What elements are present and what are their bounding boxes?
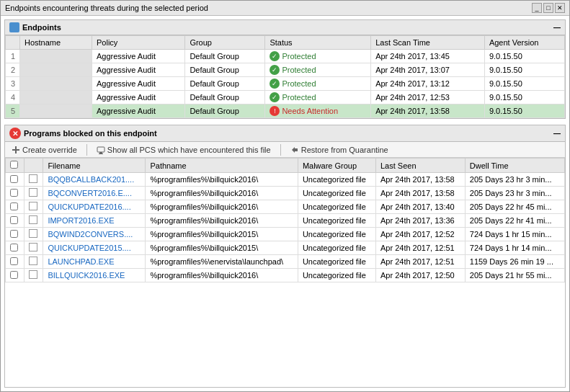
col-num	[6, 36, 20, 50]
endpoints-panel: Endpoints — Hostname Policy Group Status…	[4, 19, 566, 119]
blocked-programs-body: BQQBCALLBACK201.... %programfiles%\billq…	[6, 173, 565, 282]
last-seen-cell: Apr 24th 2017, 12:50	[375, 269, 465, 282]
filename-cell: BQQBCALLBACK201....	[43, 173, 146, 187]
blocked-program-row[interactable]: IMPORT2016.EXE %programfiles%\billquick2…	[6, 214, 565, 228]
col-group[interactable]: Group	[185, 36, 265, 50]
last-seen-cell: Apr 24th 2017, 13:36	[375, 214, 465, 228]
blocked-program-row[interactable]: QUICKUPDATE2015.... %programfiles%\billq…	[6, 241, 565, 255]
select-all-checkbox[interactable]	[10, 161, 18, 169]
policy-cell: Aggressive Audit	[92, 77, 185, 91]
blocked-programs-collapse-button[interactable]: —	[553, 130, 561, 138]
col-agent-version[interactable]: Agent Version	[484, 36, 564, 50]
row-checkbox[interactable]	[10, 230, 18, 238]
file-icon	[29, 174, 37, 183]
dwell-time-cell: 205 Days 21 hr 55 mi...	[465, 269, 564, 282]
filename-link[interactable]: LAUNCHPAD.EXE	[48, 257, 114, 266]
file-icon	[29, 188, 37, 197]
row-checkbox[interactable]	[10, 257, 18, 265]
row-checkbox[interactable]	[10, 189, 18, 197]
row-num: 2	[6, 63, 20, 77]
restore-quarantine-button[interactable]: Restore from Quarantine	[288, 145, 391, 155]
restore-quarantine-icon	[290, 146, 299, 154]
endpoints-panel-header: Endpoints —	[5, 20, 565, 35]
row-num: 5	[6, 104, 20, 118]
blocked-program-row[interactable]: BQCONVERT2016.E.... %programfiles%\billq…	[6, 187, 565, 200]
endpoints-row[interactable]: 5 Aggressive Audit Default Group !Needs …	[6, 104, 565, 118]
show-pcs-button[interactable]: Show all PCS which have encountered this…	[94, 145, 273, 155]
row-checkbox[interactable]	[10, 244, 18, 251]
close-button[interactable]: ✕	[555, 3, 565, 13]
create-override-button[interactable]: Create override	[9, 145, 79, 155]
agent-version-cell: 9.0.15.50	[484, 104, 564, 118]
filename-link[interactable]: BILLQUICK2016.EXE	[48, 271, 125, 280]
row-checkbox[interactable]	[10, 216, 18, 224]
status-ok-icon: ✓	[270, 92, 280, 102]
col-check	[6, 159, 25, 173]
file-icon	[29, 215, 37, 224]
row-checkbox-cell	[6, 241, 25, 255]
status-protected: ✓Protected	[270, 51, 366, 61]
endpoints-collapse-button[interactable]: —	[553, 24, 561, 32]
endpoints-row[interactable]: 2 Aggressive Audit Default Group ✓Protec…	[6, 63, 565, 77]
policy-cell: Aggressive Audit	[92, 50, 185, 63]
scan-time-cell: Apr 24th 2017, 13:58	[371, 104, 485, 118]
dwell-time-cell: 724 Days 1 hr 14 min...	[465, 241, 564, 255]
row-checkbox-cell	[6, 255, 25, 269]
file-icon	[29, 257, 37, 265]
main-window: Endpoints encountering threats during th…	[0, 0, 570, 392]
blocked-program-row[interactable]: BQWIND2CONVERS.... %programfiles%\billqu…	[6, 228, 565, 241]
dwell-time-cell: 205 Days 22 hr 41 mi...	[465, 214, 564, 228]
endpoints-table: Hostname Policy Group Status Last Scan T…	[5, 35, 565, 118]
col-scan-time[interactable]: Last Scan Time	[371, 36, 485, 50]
filename-link[interactable]: BQQBCALLBACK201....	[48, 175, 134, 184]
filename-cell: BQWIND2CONVERS....	[43, 228, 146, 241]
last-seen-cell: Apr 24th 2017, 12:52	[375, 228, 465, 241]
maximize-button[interactable]: □	[543, 3, 553, 13]
col-hostname[interactable]: Hostname	[20, 36, 92, 50]
minimize-button[interactable]: _	[532, 3, 542, 13]
filename-link[interactable]: BQWIND2CONVERS....	[48, 230, 133, 239]
dwell-time-cell: 205 Days 22 hr 45 mi...	[465, 200, 564, 214]
status-protected: ✓Protected	[270, 79, 366, 89]
filename-link[interactable]: BQCONVERT2016.E....	[48, 189, 132, 197]
dwell-time-cell: 205 Days 23 hr 3 min...	[465, 187, 564, 200]
row-checkbox[interactable]	[10, 202, 18, 210]
filename-link[interactable]: IMPORT2016.EXE	[48, 216, 114, 225]
col-status[interactable]: Status	[265, 36, 371, 50]
row-checkbox[interactable]	[10, 175, 18, 183]
blocked-program-row[interactable]: LAUNCHPAD.EXE %programfiles%\enervista\l…	[6, 255, 565, 269]
dwell-time-cell: 724 Days 1 hr 15 min...	[465, 228, 564, 241]
file-icon	[29, 202, 37, 210]
col-policy[interactable]: Policy	[92, 36, 185, 50]
status-cell: ✓Protected	[265, 91, 371, 104]
filename-cell: BQCONVERT2016.E....	[43, 187, 146, 200]
group-cell: Default Group	[185, 63, 265, 77]
endpoints-panel-header-left: Endpoints	[9, 22, 61, 32]
window-controls: _ □ ✕	[532, 3, 565, 13]
create-override-label: Create override	[22, 146, 77, 154]
status-cell: ✓Protected	[265, 77, 371, 91]
col-filename[interactable]: Filename	[43, 159, 146, 173]
filename-link[interactable]: QUICKUPDATE2015....	[48, 244, 130, 252]
row-num: 4	[6, 91, 20, 104]
create-override-icon	[12, 146, 20, 154]
malware-group-cell: Uncategorized file	[298, 214, 375, 228]
col-last-seen[interactable]: Last Seen	[375, 159, 465, 173]
endpoints-row[interactable]: 4 Aggressive Audit Default Group ✓Protec…	[6, 91, 565, 104]
title-bar: Endpoints encountering threats during th…	[1, 1, 569, 16]
blocked-program-row[interactable]: BQQBCALLBACK201.... %programfiles%\billq…	[6, 173, 565, 187]
col-dwell-time[interactable]: Dwell Time	[465, 159, 564, 173]
col-malware-group[interactable]: Malware Group	[298, 159, 375, 173]
filename-link[interactable]: QUICKUPDATE2016....	[48, 202, 130, 211]
pathname-cell: %programfiles%\billquick2015\	[146, 228, 298, 241]
endpoints-row[interactable]: 3 Aggressive Audit Default Group ✓Protec…	[6, 77, 565, 91]
endpoints-row[interactable]: 1 Aggressive Audit Default Group ✓Protec…	[6, 50, 565, 63]
endpoints-table-container: Hostname Policy Group Status Last Scan T…	[5, 35, 565, 118]
blocked-program-row[interactable]: QUICKUPDATE2016.... %programfiles%\billq…	[6, 200, 565, 214]
file-icon-cell	[24, 241, 43, 255]
hostname-cell	[20, 77, 92, 91]
row-checkbox[interactable]	[10, 271, 18, 279]
show-pcs-label: Show all PCS which have encountered this…	[107, 146, 271, 154]
col-pathname[interactable]: Pathname	[146, 159, 298, 173]
blocked-program-row[interactable]: BILLQUICK2016.EXE %programfiles%\billqui…	[6, 269, 565, 282]
